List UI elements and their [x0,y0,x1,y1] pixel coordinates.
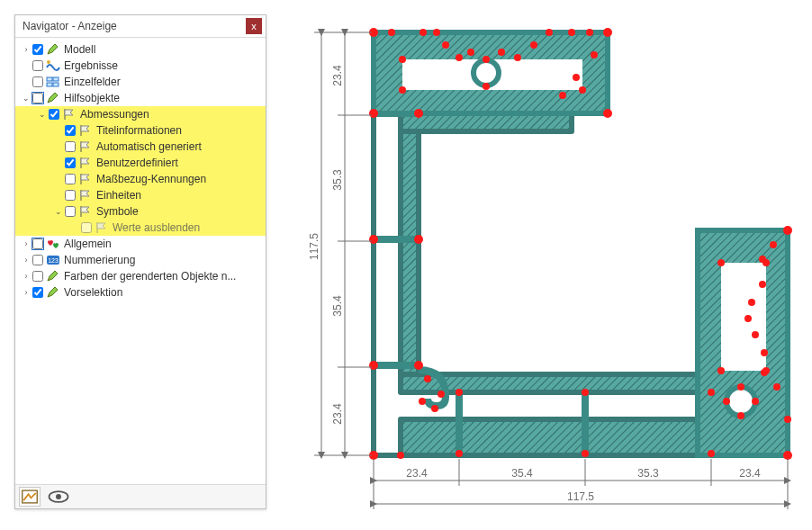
svg-point-77 [752,331,759,338]
svg-point-64 [456,450,463,457]
visibility-checkbox[interactable] [65,206,76,217]
svg-point-17 [56,494,61,499]
svg-point-59 [369,361,378,370]
tree-row[interactable]: Ergebnisse [15,58,266,74]
visibility-checkbox[interactable] [81,222,92,233]
wave-icon [46,58,60,73]
tree-row[interactable]: ⌄Hilfsobjekte [15,90,266,106]
svg-point-39 [483,56,490,63]
tree-row[interactable]: Werte ausblenden [15,220,266,236]
svg-point-87 [737,383,744,391]
svg-point-91 [431,405,438,412]
visibility-checkbox[interactable] [32,60,43,71]
svg-point-75 [748,299,755,306]
chevron-down-icon[interactable]: ⌄ [53,206,64,217]
flag-icon [78,188,93,202]
chevron-right-icon[interactable]: › [21,238,32,249]
svg-point-54 [579,86,586,94]
chevron-right-icon[interactable]: › [21,255,32,265]
tree-item-label: Einzelfelder [64,76,121,88]
visibility-checkbox[interactable] [65,141,76,152]
tree-row[interactable]: Maßbezug-Kennungen [15,171,266,187]
tree-row[interactable]: Einzelfelder [15,74,266,90]
pencil-icon [46,91,60,105]
tree-row[interactable]: Benutzerdefiniert [15,155,266,171]
tree-row[interactable]: ›Farben der gerenderten Objekte n... [15,268,266,284]
svg-point-90 [438,391,445,398]
svg-point-84 [762,367,770,374]
svg-rect-2 [53,77,59,81]
svg-point-44 [546,29,553,36]
dim-v-total: 117.5 [308,233,320,260]
visibility-checkbox[interactable] [65,157,76,168]
svg-point-82 [762,259,770,266]
svg-point-40 [483,83,490,90]
tree-row[interactable]: Titelinformationen [15,122,266,139]
tree-view[interactable]: ›ModellErgebnisseEinzelfelder⌄Hilfsobjek… [15,38,266,484]
pencil-icon [46,269,60,283]
tree-item-label: Automatisch generiert [96,140,202,153]
tree-row[interactable]: ›Vorselektion [15,284,266,301]
svg-point-57 [369,235,378,244]
flag-dim-icon [95,220,109,235]
horizontal-dimensions: 23.4 35.4 35.3 23.4 117.5 [374,459,788,509]
chevron-down-icon[interactable]: ⌄ [37,109,48,120]
svg-point-89 [424,375,431,382]
close-button[interactable]: x [246,18,262,34]
svg-point-72 [770,241,777,248]
visibility-checkbox[interactable] [32,76,43,87]
flag-icon [78,172,93,186]
visibility-checkbox[interactable] [49,109,59,120]
dim-h-3: 35.3 [637,467,659,480]
visibility-checkbox[interactable] [65,190,76,201]
svg-point-53 [399,86,406,94]
svg-point-30 [474,60,499,85]
tree-row[interactable]: ⌄Abmessungen [15,106,266,122]
chevron-right-icon[interactable]: › [21,287,32,298]
tree-item-label: Allgemein [64,238,112,250]
svg-point-67 [708,389,715,396]
svg-point-56 [414,109,423,118]
dim-h-4: 23.4 [739,467,761,480]
flag-icon [78,123,93,138]
tree-row[interactable]: Automatisch generiert [15,139,266,155]
drawing-viewport[interactable]: 23.4 35.3 35.4 23.4 117.5 23.4 35.4 35.3… [302,5,806,518]
num-icon: 123 [46,253,60,267]
svg-point-85 [723,398,730,405]
tree-row[interactable]: Einheiten [15,187,266,203]
svg-point-51 [603,109,612,118]
visibility-checkbox[interactable] [32,271,43,282]
svg-point-45 [568,29,575,36]
panel-graphic-icon [20,487,40,507]
visibility-checkbox[interactable] [32,287,43,298]
chevron-right-icon[interactable]: › [21,271,32,282]
svg-point-69 [783,451,792,460]
tree-row[interactable]: ›123Nummerierung [15,252,266,268]
svg-point-60 [414,361,423,370]
svg-point-35 [433,29,440,36]
svg-point-86 [752,398,759,405]
visibility-checkbox[interactable] [32,44,43,55]
svg-point-50 [559,92,566,99]
chevron-down-icon[interactable]: ⌄ [21,93,32,103]
svg-point-83 [717,367,725,374]
tree-item-label: Titelinformationen [96,124,182,137]
tree-row[interactable]: ⌄Symbole [15,203,266,220]
svg-point-65 [582,389,589,396]
svg-point-62 [397,452,404,459]
visibility-checkbox[interactable] [32,93,43,103]
visibility-checkbox[interactable] [32,238,43,249]
footer-button-graphic[interactable] [19,487,41,507]
svg-rect-29 [721,263,766,371]
visibility-checkbox[interactable] [65,125,76,136]
dim-h-1: 23.4 [406,467,428,480]
footer-tab-eye[interactable] [46,488,71,506]
svg-point-63 [456,389,463,396]
visibility-checkbox[interactable] [65,174,76,184]
visibility-checkbox[interactable] [32,255,43,265]
chevron-right-icon[interactable]: › [21,44,32,55]
tree-row[interactable]: ›Allgemein [15,236,266,252]
tree-row[interactable]: ›Modell [15,41,266,58]
tree-item-label: Werte ausblenden [113,221,200,234]
svg-point-55 [369,109,378,118]
